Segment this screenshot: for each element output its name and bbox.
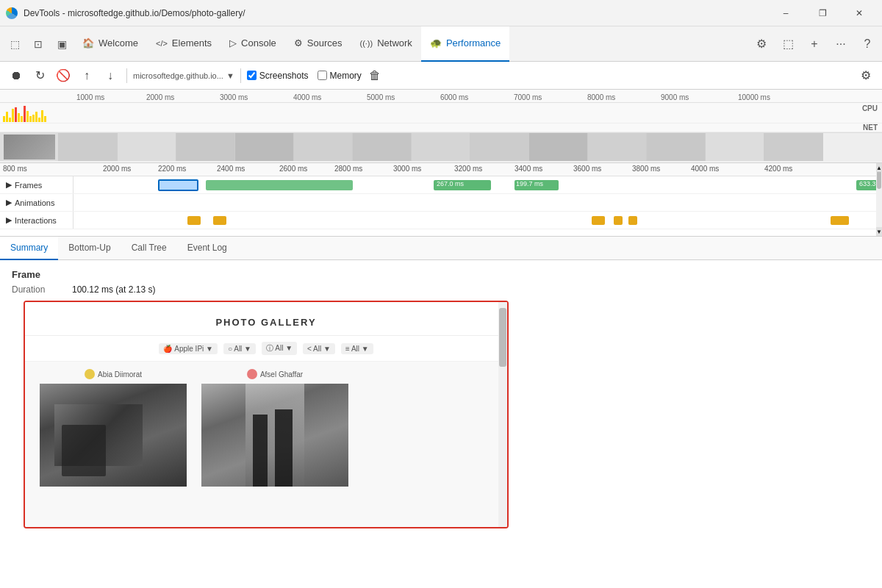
screenshots-checkbox[interactable] — [247, 71, 257, 80]
screenshot-thumb-1[interactable] — [0, 133, 59, 161]
timeline-detail[interactable]: 800 ms 2000 ms 2200 ms 2400 ms 2600 ms 2… — [0, 163, 882, 237]
summary-section-title: Frame — [12, 269, 870, 280]
screenshot-thumb-4[interactable] — [176, 133, 235, 161]
timeline-scroll-down[interactable]: ▼ — [876, 227, 882, 236]
upload-button[interactable]: ↑ — [76, 65, 97, 86]
tab-summary[interactable]: Summary — [0, 237, 58, 260]
tab-eventlog[interactable]: Event Log — [177, 237, 237, 260]
devtools-inspect-button[interactable]: ⬚ — [3, 31, 26, 57]
toolbar-right: ⚙ — [856, 65, 876, 86]
tab-elements[interactable]: </> Elements — [147, 26, 220, 62]
tab-performance[interactable]: 🐢 Performance — [421, 26, 509, 62]
interaction-block-2[interactable] — [213, 216, 226, 225]
filter-all-1[interactable]: ○ All ▼ — [223, 343, 256, 354]
filter-all-2[interactable]: ⓘ All ▼ — [262, 342, 297, 355]
preview-scrollbar-thumb[interactable] — [499, 308, 506, 367]
dock-button[interactable]: ⬚ — [776, 32, 800, 56]
photo-item-2: Afsel Ghaffar — [201, 369, 348, 487]
tab-bottomup[interactable]: Bottom-Up — [58, 237, 121, 260]
net-label: NET — [863, 123, 878, 132]
newtab-button[interactable]: + — [803, 32, 826, 56]
detail-tick-2600: 2600 ms — [279, 165, 307, 173]
frame-label-267: 267.0 ms — [437, 180, 464, 187]
screenshot-thumb-14[interactable] — [764, 133, 823, 161]
interaction-block-1[interactable] — [187, 216, 201, 225]
stop-button[interactable]: 🚫 — [53, 65, 74, 86]
network-icon: ((·)) — [359, 39, 373, 48]
more-button[interactable]: ··· — [829, 32, 853, 56]
screenshot-thumb-6[interactable] — [294, 133, 353, 161]
filter-list-all[interactable]: ≡ All ▼ — [341, 343, 373, 354]
screenshot-thumb-7[interactable] — [353, 133, 412, 161]
frame-green-2[interactable]: 267.0 ms — [434, 180, 491, 190]
ruler-tick-3000: 3000 ms — [217, 90, 248, 103]
settings-button[interactable]: ⚙ — [750, 32, 773, 56]
screenshot-thumb-12[interactable] — [647, 133, 706, 161]
detail-tick-2200: 2200 ms — [158, 165, 186, 173]
toolbar-url: microsoftedge.github.io... ▼ — [133, 71, 234, 80]
screenshot-thumb-9[interactable] — [470, 133, 529, 161]
animations-label[interactable]: ▶ Animations — [0, 194, 74, 211]
delete-button[interactable]: 🗑 — [365, 65, 385, 86]
devtools-sidebar-button[interactable]: ▣ — [50, 31, 74, 57]
screenshot-thumb-3[interactable] — [118, 133, 176, 161]
frames-label[interactable]: ▶ Frames — [0, 176, 74, 193]
frame-preview-inner: PHOTO GALLERY 🍎 Apple IPi ▼ ○ All ▼ ⓘ Al… — [25, 302, 507, 527]
frame-selected-block[interactable] — [158, 179, 198, 191]
duration-row: Duration 100.12 ms (at 2.13 s) — [12, 284, 870, 295]
memory-checkbox[interactable] — [318, 71, 327, 80]
animations-expand-icon[interactable]: ▶ — [6, 198, 12, 207]
frames-expand-icon[interactable]: ▶ — [6, 180, 12, 190]
devtools-detach-button[interactable]: ⊡ — [26, 31, 50, 57]
interactions-content[interactable] — [74, 212, 882, 229]
filter-apple[interactable]: 🍎 Apple IPi ▼ — [159, 343, 218, 354]
reload-record-button[interactable]: ↻ — [29, 65, 50, 86]
detail-tick-4000: 4000 ms — [691, 165, 719, 173]
screenshot-thumb-5[interactable] — [235, 133, 294, 161]
screenshots-checkbox-label[interactable]: Screenshots — [247, 71, 309, 81]
interaction-block-5[interactable] — [628, 216, 637, 225]
frame-green-1[interactable] — [206, 180, 353, 190]
tab-welcome[interactable]: 🏠 Welcome — [74, 26, 147, 62]
preview-scrollbar[interactable] — [498, 302, 507, 527]
screenshot-thumb-13[interactable] — [706, 133, 764, 161]
tab-calltree[interactable]: Call Tree — [121, 237, 177, 260]
url-dropdown-icon[interactable]: ▼ — [226, 71, 234, 80]
detail-tick-3200: 3200 ms — [454, 165, 482, 173]
interaction-block-6[interactable] — [831, 216, 849, 225]
interaction-block-3[interactable] — [592, 216, 605, 225]
interactions-label[interactable]: ▶ Interactions — [0, 212, 74, 229]
interaction-block-4[interactable] — [614, 216, 623, 225]
screenshot-thumb-2[interactable] — [59, 133, 118, 161]
tab-console[interactable]: ▷ Console — [220, 26, 285, 62]
memory-checkbox-label[interactable]: Memory — [318, 71, 362, 81]
restore-button[interactable]: ❐ — [806, 0, 839, 26]
preview-filters[interactable]: 🍎 Apple IPi ▼ ○ All ▼ ⓘ All ▼ < All ▼ ≡ … — [25, 336, 507, 362]
close-button[interactable]: ✕ — [842, 0, 876, 26]
timeline-scrollbar[interactable] — [876, 163, 882, 236]
screenshot-thumb-10[interactable] — [529, 133, 588, 161]
download-button[interactable]: ↓ — [100, 65, 121, 86]
frames-content[interactable]: 267.0 ms 199.7 ms 633.3 ms — [74, 176, 882, 194]
ruler-tick-4000: 4000 ms — [290, 90, 321, 103]
screenshot-thumb-8[interactable] — [412, 133, 470, 161]
interactions-expand-icon[interactable]: ▶ — [6, 215, 12, 225]
tab-network[interactable]: ((·)) Network — [351, 26, 420, 62]
tab-sources[interactable]: ⚙ Sources — [285, 26, 351, 62]
help-button[interactable]: ? — [856, 32, 879, 56]
summary-content: Frame Duration 100.12 ms (at 2.13 s) PHO… — [0, 260, 882, 543]
screenshot-thumb-11[interactable] — [588, 133, 647, 161]
ruler-tick-6000: 6000 ms — [437, 90, 468, 103]
animations-content[interactable] — [74, 194, 882, 212]
edge-icon — [6, 7, 18, 19]
timeline-scroll-up[interactable]: ▲ — [876, 163, 882, 172]
record-button[interactable]: ⏺ — [6, 65, 26, 86]
timeline-overview[interactable]: 1000 ms 2000 ms 3000 ms 4000 ms 5000 ms … — [0, 90, 882, 163]
minimize-button[interactable]: – — [769, 0, 803, 26]
filter-less-all[interactable]: < All ▼ — [303, 343, 335, 354]
toolbar-settings-button[interactable]: ⚙ — [856, 65, 876, 86]
photo-name-1: Abia Diimorat — [85, 369, 142, 379]
detail-tick-2000: 2000 ms — [103, 165, 131, 173]
frame-green-3[interactable]: 199.7 ms — [514, 180, 559, 190]
timeline-screenshots[interactable] — [0, 132, 882, 162]
